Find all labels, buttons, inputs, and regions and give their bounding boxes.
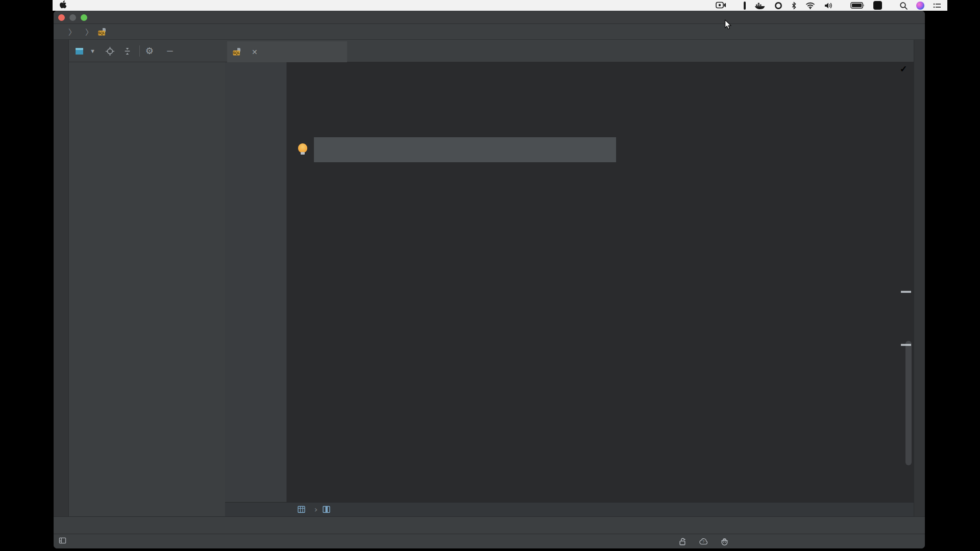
window-title-bar[interactable]	[54, 11, 925, 24]
macos-screen: 〉 〉 SQL ▼ ⚙ ─ SQL ✕	[53, 0, 947, 548]
breadcrumb-separator: 〉	[68, 27, 76, 37]
svg-text:SQL: SQL	[233, 51, 240, 55]
sql-file-icon: SQL	[232, 47, 241, 57]
unlock-icon[interactable]	[678, 537, 687, 546]
project-tree[interactable]	[69, 62, 225, 516]
tool-window-switcher-icon[interactable]	[59, 537, 66, 546]
event-log-button[interactable]	[835, 521, 847, 530]
right-tool-stripe	[914, 40, 925, 516]
status-bar: ?	[54, 534, 925, 548]
chevron-down-icon[interactable]: ▼	[90, 48, 95, 54]
table-icon	[298, 506, 305, 513]
project-panel-header: ▼ ⚙ ─	[69, 40, 225, 62]
hide-panel-button[interactable]: ─	[163, 44, 177, 58]
volume-icon[interactable]	[824, 0, 833, 11]
toolbar-row: ▼ ⚙ ─ SQL ✕	[54, 40, 925, 62]
spotlight-search-icon[interactable]	[899, 0, 908, 11]
highlighting-level-icon[interactable]	[720, 537, 729, 546]
intention-bulb-icon[interactable]	[298, 143, 307, 153]
scrollbar-mark	[901, 291, 911, 293]
apple-menu-icon[interactable]	[60, 1, 66, 10]
battery-icon[interactable]	[850, 0, 865, 11]
breadcrumb-separator: ›	[313, 505, 318, 514]
close-tab-icon[interactable]: ✕	[252, 48, 258, 56]
sql-file-icon: SQL	[97, 28, 107, 37]
macos-menu-bar	[53, 0, 947, 11]
siri-icon[interactable]	[916, 2, 924, 10]
editor-background[interactable]	[225, 62, 914, 502]
breadcrumb: 〉 〉 SQL	[54, 24, 925, 40]
minimize-window-button[interactable]	[69, 14, 76, 21]
project-tool-icon	[75, 47, 84, 56]
mouse-cursor	[724, 19, 732, 32]
svg-text:?: ?	[702, 539, 704, 544]
input-language-icon[interactable]	[744, 2, 746, 10]
editor-gutter	[225, 62, 287, 502]
inspection-ok-icon[interactable]: ✓	[900, 64, 907, 74]
ide-window: 〉 〉 SQL ▼ ⚙ ─ SQL ✕	[54, 11, 925, 548]
close-window-button[interactable]	[58, 14, 65, 21]
screen-record-icon[interactable]	[716, 0, 726, 11]
event-log-badge	[835, 521, 843, 530]
left-tool-stripe	[54, 40, 69, 516]
zoom-window-button[interactable]	[81, 14, 87, 21]
ring-app-icon[interactable]	[774, 0, 782, 11]
svg-text:SQL: SQL	[98, 31, 105, 35]
locate-file-button[interactable]	[104, 44, 117, 58]
toolbar-divider	[139, 45, 140, 57]
caret-line-highlight	[314, 137, 616, 162]
collapse-all-button[interactable]	[121, 44, 134, 58]
status-message-area	[59, 534, 74, 548]
s-app-icon[interactable]	[873, 1, 882, 10]
breadcrumb-separator: 〉	[85, 27, 93, 37]
wifi-icon[interactable]	[805, 0, 815, 11]
cloud-question-icon[interactable]: ?	[699, 537, 708, 546]
docker-icon[interactable]	[754, 0, 766, 11]
bluetooth-icon[interactable]	[791, 0, 797, 11]
tool-window-bar	[54, 516, 925, 534]
notification-center-icon[interactable]	[933, 0, 941, 11]
status-widgets: ?	[666, 534, 729, 548]
menu-items	[60, 1, 66, 10]
scrollbar-mark	[901, 344, 911, 346]
settings-gear-button[interactable]: ⚙	[143, 44, 156, 58]
editor-scrollbar[interactable]	[905, 341, 912, 465]
menu-status-icons	[716, 0, 941, 11]
column-icon	[323, 506, 330, 513]
tab-create-table-sql[interactable]: SQL ✕	[227, 41, 347, 62]
editor-breadcrumb: ›	[225, 502, 914, 516]
